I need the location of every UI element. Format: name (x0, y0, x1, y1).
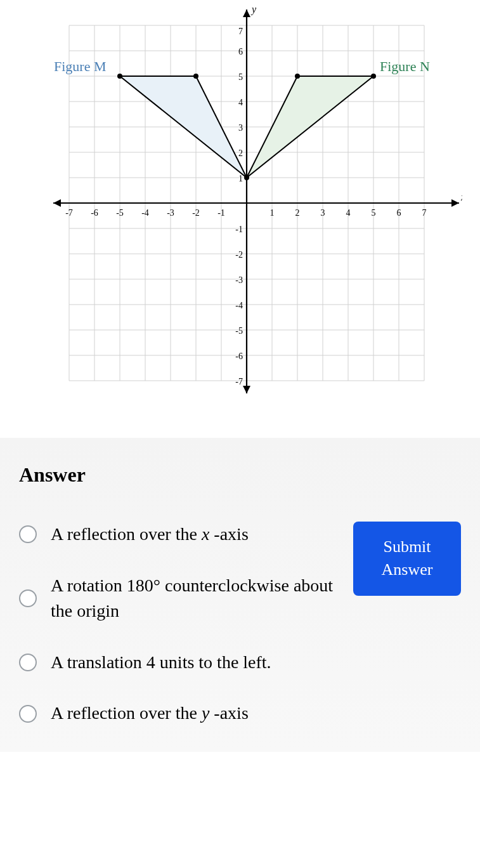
radio-icon (19, 525, 37, 543)
svg-text:-3: -3 (167, 208, 174, 218)
svg-text:-5: -5 (235, 326, 243, 336)
svg-text:5: 5 (238, 72, 243, 82)
svg-text:-6: -6 (91, 208, 98, 218)
svg-text:-2: -2 (192, 208, 200, 218)
svg-text:-2: -2 (235, 250, 243, 260)
svg-text:6: 6 (396, 208, 401, 218)
svg-point-28 (117, 74, 122, 79)
svg-point-31 (371, 74, 376, 79)
svg-text:2: 2 (295, 208, 299, 218)
chart-container: -7 -6 -5 -4 -3 -2 -1 1 2 3 4 5 6 7 7 6 5… (0, 0, 480, 438)
svg-text:7: 7 (422, 208, 426, 218)
svg-text:3: 3 (320, 208, 325, 218)
submit-button[interactable]: Submit Answer (353, 522, 461, 596)
svg-marker-38 (243, 386, 250, 393)
svg-text:4: 4 (238, 98, 243, 107)
svg-text:-7: -7 (65, 208, 73, 218)
svg-marker-35 (451, 199, 459, 207)
option-label: A reflection over the x -axis (51, 522, 249, 548)
svg-text:1: 1 (238, 174, 243, 183)
option-reflection-x[interactable]: A reflection over the x -axis (19, 522, 334, 548)
svg-text:-4: -4 (235, 301, 243, 310)
svg-text:7: 7 (238, 27, 243, 36)
svg-text:-4: -4 (141, 208, 149, 218)
option-rotation-180[interactable]: A rotation 180° counterclockwise about t… (19, 573, 334, 624)
figure-n-label: Figure N (380, 58, 430, 74)
radio-icon (19, 654, 37, 671)
svg-text:-3: -3 (235, 275, 243, 285)
svg-marker-36 (53, 199, 61, 207)
y-axis-label: y (250, 6, 257, 15)
option-reflection-y[interactable]: A reflection over the y -axis (19, 700, 334, 727)
svg-point-32 (295, 74, 300, 79)
option-label: A reflection over the y -axis (51, 700, 249, 727)
svg-text:6: 6 (238, 47, 243, 56)
svg-text:-7: -7 (235, 377, 243, 386)
svg-text:-1: -1 (217, 208, 225, 218)
svg-marker-37 (243, 10, 250, 17)
options-list: A reflection over the x -axis A rotation… (19, 522, 334, 727)
figure-m-label: Figure M (54, 58, 107, 74)
option-label: A translation 4 units to the left. (51, 650, 271, 676)
radio-icon (19, 705, 37, 723)
svg-text:5: 5 (371, 208, 375, 218)
svg-text:1: 1 (269, 208, 274, 218)
svg-text:-1: -1 (235, 225, 243, 234)
svg-text:2: 2 (238, 148, 243, 158)
coordinate-grid: -7 -6 -5 -4 -3 -2 -1 1 2 3 4 5 6 7 7 6 5… (18, 6, 462, 400)
svg-text:-5: -5 (116, 208, 124, 218)
svg-point-29 (193, 74, 198, 79)
svg-text:3: 3 (238, 123, 243, 133)
svg-text:4: 4 (346, 208, 350, 218)
option-translation-left[interactable]: A translation 4 units to the left. (19, 650, 334, 676)
option-label: A rotation 180° counterclockwise about t… (51, 573, 334, 624)
x-axis-label: x (460, 192, 462, 202)
svg-text:-6: -6 (235, 352, 243, 361)
answer-heading: Answer (19, 463, 461, 487)
radio-icon (19, 589, 37, 607)
answer-section: Answer A reflection over the x -axis A r… (0, 438, 480, 752)
